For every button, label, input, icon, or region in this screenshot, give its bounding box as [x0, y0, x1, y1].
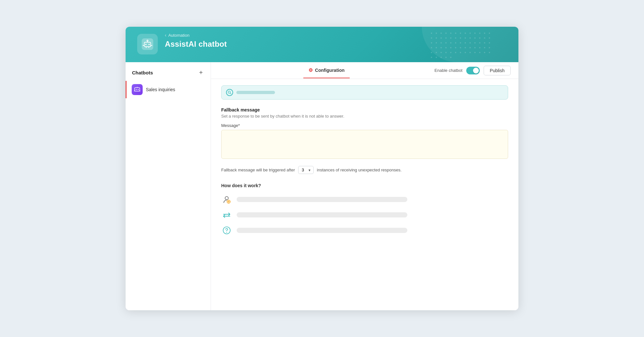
svg-point-63 [484, 52, 485, 53]
svg-point-31 [455, 42, 456, 43]
svg-point-20 [465, 37, 466, 39]
toggle-thumb [473, 68, 479, 73]
svg-point-38 [489, 42, 490, 43]
how-item-2 [221, 225, 508, 236]
search-bar[interactable] [221, 85, 508, 100]
svg-point-8 [469, 33, 471, 34]
svg-point-27 [436, 42, 437, 43]
svg-point-51 [489, 47, 490, 48]
person-badge-icon [221, 194, 232, 205]
header-bg-dots [428, 30, 493, 59]
svg-point-46 [465, 47, 466, 48]
svg-point-35 [474, 42, 476, 43]
fallback-section-title: Fallback message [221, 107, 508, 112]
svg-point-59 [465, 52, 466, 53]
tabs-right: Enable chatbot Publish [434, 66, 511, 75]
svg-point-18 [455, 37, 456, 39]
svg-point-73 [148, 44, 150, 45]
fallback-trigger-select-wrapper: 1 2 3 4 5 ▼ [298, 166, 314, 174]
search-placeholder-bar [236, 91, 275, 94]
breadcrumb-label[interactable]: Automation [168, 33, 190, 38]
svg-point-66 [436, 57, 437, 58]
svg-point-53 [436, 52, 437, 53]
svg-point-41 [440, 47, 442, 48]
svg-point-69 [450, 57, 451, 58]
sidebar: Chatbots + Sales inquiries [126, 62, 211, 310]
fallback-trigger-suffix: instances of receiving unexpected respon… [317, 168, 402, 172]
svg-point-14 [436, 37, 437, 39]
svg-point-33 [465, 42, 466, 43]
fallback-trigger-prefix: Fallback message will be triggered after [221, 168, 295, 172]
svg-point-29 [445, 42, 447, 43]
svg-point-56 [450, 52, 451, 53]
svg-point-65 [431, 57, 432, 58]
svg-point-95 [226, 232, 227, 233]
svg-point-39 [431, 47, 432, 48]
tab-configuration[interactable]: ⚙ Configuration [303, 63, 350, 78]
gear-icon: ⚙ [308, 67, 313, 73]
svg-point-82 [138, 89, 139, 90]
how-item-1 [221, 209, 508, 220]
svg-point-0 [431, 33, 432, 34]
how-it-works-title: How does it work? [221, 183, 508, 188]
sidebar-title: Chatbots [132, 70, 153, 75]
svg-point-23 [479, 37, 480, 39]
svg-point-58 [460, 52, 461, 53]
sidebar-item-sales-inquiries[interactable]: Sales inquiries [126, 81, 211, 98]
svg-point-72 [145, 44, 147, 45]
fallback-trigger-select[interactable]: 1 2 3 4 5 [298, 166, 314, 174]
enable-chatbot-label: Enable chatbot [434, 68, 462, 73]
svg-rect-80 [135, 88, 140, 91]
svg-point-1 [436, 33, 437, 34]
svg-point-49 [479, 47, 480, 48]
svg-point-11 [484, 33, 485, 34]
svg-point-55 [445, 52, 447, 53]
svg-point-64 [489, 52, 490, 53]
svg-line-87 [230, 93, 231, 94]
svg-point-44 [455, 47, 456, 48]
how-item-0 [221, 194, 508, 205]
svg-point-62 [479, 52, 480, 53]
add-chatbot-button[interactable]: + [198, 69, 204, 76]
tab-configuration-label: Configuration [315, 68, 345, 73]
svg-point-7 [465, 33, 466, 34]
svg-point-4 [450, 33, 451, 34]
svg-point-34 [469, 42, 471, 43]
svg-point-57 [455, 52, 456, 53]
svg-point-43 [450, 47, 451, 48]
svg-point-47 [469, 47, 471, 48]
message-field-label: Message* [221, 123, 508, 128]
how-placeholder-2 [237, 228, 407, 233]
svg-point-9 [474, 33, 476, 34]
svg-point-25 [489, 37, 490, 39]
svg-point-17 [450, 37, 451, 39]
fallback-trigger-row: Fallback message will be triggered after… [221, 166, 508, 174]
svg-point-48 [474, 47, 476, 48]
svg-point-15 [440, 37, 442, 39]
svg-point-5 [455, 33, 456, 34]
svg-point-68 [445, 57, 447, 58]
svg-point-50 [484, 47, 485, 48]
svg-point-2 [440, 33, 442, 34]
enable-chatbot-toggle[interactable] [466, 67, 480, 74]
svg-point-22 [474, 37, 476, 39]
breadcrumb-back-arrow: ‹ [165, 33, 166, 38]
sidebar-item-label: Sales inquiries [146, 87, 175, 92]
svg-point-42 [445, 47, 447, 48]
robot-icon [136, 33, 159, 56]
svg-point-60 [469, 52, 471, 53]
svg-line-85 [140, 91, 140, 91]
header: ‹ Automation AssistAI chatbot [126, 27, 518, 62]
svg-line-84 [134, 91, 135, 91]
svg-point-30 [450, 42, 451, 43]
question-circle-icon [221, 225, 232, 236]
message-textarea[interactable] [221, 130, 508, 159]
svg-point-40 [436, 47, 437, 48]
search-icon [226, 89, 233, 96]
svg-point-28 [440, 42, 442, 43]
svg-point-24 [484, 37, 485, 39]
publish-button[interactable]: Publish [484, 66, 511, 75]
svg-point-45 [460, 47, 461, 48]
svg-point-61 [474, 52, 476, 53]
svg-point-67 [440, 57, 442, 58]
